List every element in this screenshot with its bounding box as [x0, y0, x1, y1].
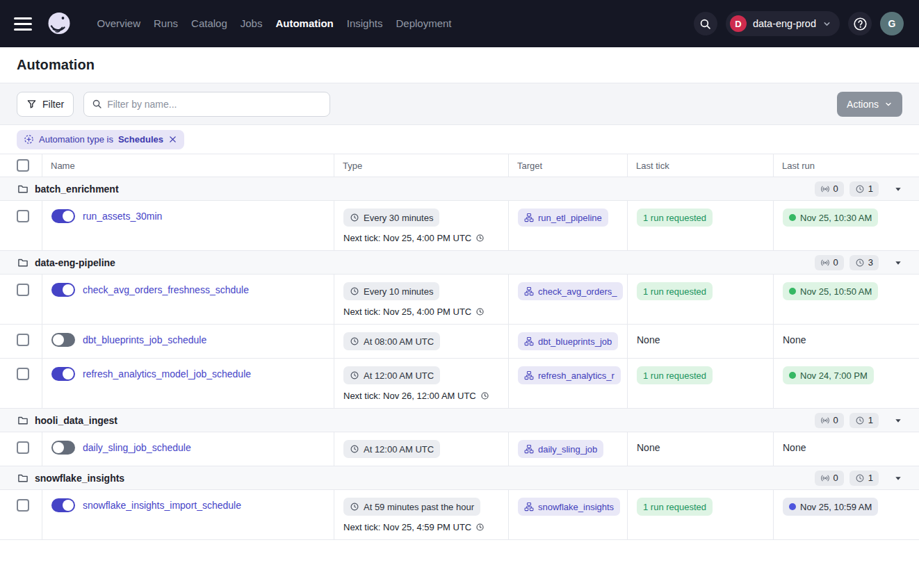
target-pill[interactable]: check_avg_orders_ [518, 282, 623, 300]
table-header: Name Type Target Last tick Last run [0, 154, 919, 177]
target-pill[interactable]: refresh_analytics_r [518, 366, 621, 384]
schedule-interval-pill: At 59 minutes past the hour [343, 498, 480, 516]
last-tick-pill[interactable]: 1 run requested [637, 498, 713, 516]
deployment-switcher[interactable]: D data-eng-prod [726, 11, 840, 36]
run-success-dot [789, 288, 796, 295]
target-pill[interactable]: snowflake_insights [518, 498, 620, 516]
filter-by-name-input[interactable] [107, 99, 322, 110]
menu-icon[interactable] [14, 17, 32, 31]
row-checkbox[interactable] [17, 441, 29, 454]
last-tick-pill[interactable]: 1 run requested [637, 282, 713, 300]
folder-icon [17, 415, 29, 426]
target-pill[interactable]: dbt_blueprints_job [518, 332, 618, 350]
row-checkbox[interactable] [17, 334, 29, 346]
name-cell-main: dbt_blueprints_job_schedule [51, 333, 327, 347]
type-cell: Every 10 minutesNext tick: Nov 25, 4:00 … [334, 275, 509, 324]
nav-item-jobs[interactable]: Jobs [234, 0, 269, 47]
group-collapse-caret-icon[interactable] [893, 257, 904, 268]
last-run-cell: None [774, 325, 919, 358]
last-tick-pill[interactable]: 1 run requested [637, 209, 713, 227]
deployment-badge: D [730, 15, 747, 32]
schedule-count-badge: 3 [849, 255, 879, 270]
last-tick-cell: 1 run requested [628, 359, 774, 408]
schedule-name-link[interactable]: refresh_analytics_model_job_schedule [83, 368, 251, 379]
last-run-pill[interactable]: Nov 25, 10:50 AM [783, 282, 878, 300]
sensor-count: 0 [833, 257, 838, 268]
nav-item-overview[interactable]: Overview [90, 0, 147, 47]
type-cell: At 59 minutes past the hourNext tick: No… [334, 490, 509, 539]
group-counts: 01 [815, 413, 904, 428]
filter-by-name-box [83, 92, 330, 117]
row-checkbox[interactable] [17, 210, 29, 222]
last-run-cell: Nov 25, 10:50 AM [774, 275, 919, 324]
group-collapse-caret-icon[interactable] [893, 415, 904, 426]
schedule-row: snowflake_insights_import_scheduleAt 59 … [0, 490, 919, 540]
nav-item-catalog[interactable]: Catalog [185, 0, 234, 47]
user-avatar[interactable]: G [880, 12, 904, 35]
group-collapse-caret-icon[interactable] [893, 183, 904, 195]
schedule-name-link[interactable]: snowflake_insights_import_schedule [83, 500, 241, 511]
nav-item-automation[interactable]: Automation [269, 0, 340, 47]
last-run-pill[interactable]: Nov 25, 10:30 AM [783, 209, 878, 227]
nav-item-deployment[interactable]: Deployment [389, 0, 458, 47]
clock-icon [475, 234, 485, 243]
schedule-toggle[interactable] [51, 283, 75, 297]
toggle-knob [53, 442, 64, 453]
schedule-name-link[interactable]: check_avg_orders_freshness_schdule [83, 284, 249, 295]
schedule-interval: At 59 minutes past the hour [364, 502, 474, 512]
row-checkbox[interactable] [17, 284, 29, 296]
actions-button[interactable]: Actions [837, 92, 902, 117]
last-run-pill[interactable]: Nov 25, 10:59 AM [783, 498, 878, 516]
schedule-interval-pill: At 08:00 AM UTC [343, 332, 440, 350]
sensor-count: 0 [833, 183, 838, 194]
target-pill[interactable]: run_etl_pipeline [518, 209, 608, 227]
checkbox-cell [0, 201, 42, 250]
schedule-row: run_assets_30minEvery 30 minutesNext tic… [0, 201, 919, 251]
automation-type-filter-chip[interactable]: Automation type is Schedules [17, 130, 184, 149]
schedule-toggle[interactable] [51, 367, 75, 381]
schedule-row: dbt_blueprints_job_scheduleAt 08:00 AM U… [0, 325, 919, 359]
schedule-row: refresh_analytics_model_job_scheduleAt 1… [0, 359, 919, 409]
chevron-down-icon [884, 100, 893, 108]
schedule-name-link[interactable]: dbt_blueprints_job_schedule [83, 334, 206, 345]
checkbox-cell [0, 432, 42, 466]
last-run-cell: Nov 25, 10:59 AM [774, 490, 919, 539]
last-run-pill[interactable]: Nov 24, 7:00 PM [783, 366, 874, 384]
automation-type-icon [24, 134, 34, 145]
name-cell: run_assets_30min [42, 201, 334, 250]
schedule-toggle[interactable] [51, 333, 75, 347]
toggle-knob [63, 211, 74, 222]
schedule-name-link[interactable]: daily_sling_job_schedule [83, 442, 191, 453]
row-checkbox[interactable] [17, 368, 29, 380]
column-header-last-tick: Last tick [628, 154, 774, 177]
schedule-name-link[interactable]: run_assets_30min [83, 211, 162, 222]
dagster-logo[interactable] [46, 10, 72, 37]
clock-icon [475, 307, 485, 316]
target-pill[interactable]: daily_sling_job [518, 440, 603, 458]
nav-item-insights[interactable]: Insights [340, 0, 389, 47]
schedule-interval: At 12:00 AM UTC [364, 444, 434, 455]
search-icon[interactable] [694, 12, 717, 35]
group-collapse-caret-icon[interactable] [893, 473, 904, 484]
folder-icon [17, 257, 29, 268]
row-checkbox[interactable] [17, 499, 29, 512]
clock-icon [475, 523, 485, 532]
schedule-toggle[interactable] [51, 498, 75, 512]
nav-item-runs[interactable]: Runs [147, 0, 185, 47]
schedule-toggle[interactable] [51, 209, 75, 223]
sensor-count-badge: 0 [815, 413, 844, 428]
help-icon[interactable] [848, 12, 872, 35]
remove-filter-icon[interactable] [168, 135, 177, 144]
schedule-toggle[interactable] [51, 441, 75, 455]
funnel-icon [26, 99, 37, 109]
name-cell: refresh_analytics_model_job_schedule [42, 359, 334, 408]
sensor-count-badge: 0 [815, 255, 844, 270]
group-name: hooli_data_ingest [35, 415, 117, 426]
group-name: batch_enrichment [35, 183, 119, 195]
next-tick: Next tick: Nov 25, 4:59 PM UTC [343, 522, 501, 532]
schedule-count: 1 [868, 183, 873, 194]
select-all-checkbox[interactable] [17, 159, 29, 172]
last-tick-cell: None [628, 325, 774, 358]
last-tick-pill[interactable]: 1 run requested [637, 366, 713, 384]
filter-button[interactable]: Filter [17, 92, 74, 117]
